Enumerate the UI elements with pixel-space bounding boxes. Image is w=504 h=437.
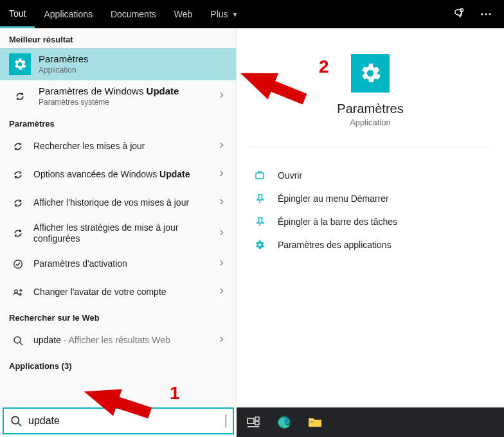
details-subtitle: Application <box>350 118 391 127</box>
file-explorer-icon[interactable] <box>306 413 324 431</box>
chevron-right-icon <box>215 168 228 181</box>
gear-icon <box>255 240 273 250</box>
chevron-right-icon <box>215 227 228 240</box>
best-result-title: Paramètres <box>39 53 228 66</box>
svg-rect-13 <box>255 422 259 425</box>
section-best-result: Meilleur résultat <box>0 28 236 48</box>
settings-item-check-updates[interactable]: Rechercher les mises à jour <box>0 132 236 161</box>
search-input[interactable] <box>28 415 227 427</box>
chevron-right-icon <box>215 140 228 152</box>
section-settings: Paramètres <box>0 112 236 132</box>
refresh-icon <box>9 141 27 152</box>
second-result-title: Paramètres de Windows Update <box>39 85 215 98</box>
chevron-down-icon: ▼ <box>232 11 239 18</box>
tab-documents[interactable]: Documents <box>102 0 165 28</box>
gear-icon <box>9 53 31 75</box>
gear-icon <box>351 54 390 93</box>
more-options-icon[interactable] <box>478 6 494 22</box>
settings-item-avatar[interactable]: Changer l'avatar de votre compte <box>0 278 236 307</box>
settings-item-history[interactable]: Afficher l'historique de vos mises à jou… <box>0 189 236 217</box>
pin-icon <box>255 193 273 204</box>
chevron-right-icon <box>215 258 228 270</box>
edge-browser-icon[interactable] <box>275 413 293 431</box>
taskbar <box>237 407 504 437</box>
chevron-right-icon <box>215 197 228 209</box>
svg-rect-12 <box>255 417 259 420</box>
tab-web[interactable]: Web <box>165 0 202 28</box>
refresh-icon <box>9 198 27 208</box>
second-result-row[interactable]: Paramètres de Windows Update Paramètres … <box>0 80 236 112</box>
second-result-subtitle: Paramètres système <box>39 98 215 107</box>
tab-more[interactable]: Plus ▼ <box>201 0 247 28</box>
search-icon <box>10 415 22 427</box>
action-app-settings[interactable]: Paramètres des applications <box>255 233 486 256</box>
search-tabs-bar: Tout Applications Documents Web Plus ▼ <box>0 0 504 28</box>
search-box[interactable] <box>3 407 234 434</box>
task-view-icon[interactable] <box>244 413 262 431</box>
svg-rect-11 <box>248 418 254 424</box>
feedback-icon[interactable] <box>451 6 467 22</box>
action-pin-start[interactable]: Épingler au menu Démarrer <box>255 187 486 210</box>
chevron-right-icon <box>215 286 228 298</box>
chevron-right-icon <box>215 334 228 346</box>
details-panel: Paramètres Application Ouvrir Épingler a… <box>237 28 504 407</box>
text-cursor <box>226 415 226 427</box>
refresh-icon <box>9 228 27 238</box>
tab-more-label: Plus <box>210 9 228 19</box>
section-applications: Applications (3) <box>0 355 236 375</box>
refresh-icon <box>9 170 27 180</box>
action-open[interactable]: Ouvrir <box>255 164 486 187</box>
settings-item-policies[interactable]: Afficher les stratégies de mise à jour c… <box>0 217 236 250</box>
settings-item-advanced-options[interactable]: Options avancées de Windows Update <box>0 161 236 189</box>
avatar-swap-icon <box>9 287 27 298</box>
svg-rect-16 <box>310 422 314 422</box>
section-web: Rechercher sur le Web <box>0 307 236 326</box>
check-circle-icon <box>9 259 27 269</box>
pin-icon <box>255 217 273 227</box>
tab-applications[interactable]: Applications <box>35 0 102 28</box>
search-icon <box>9 335 27 346</box>
settings-item-activation[interactable]: Paramètres d'activation <box>0 250 236 278</box>
chevron-right-icon <box>215 90 228 102</box>
best-result-row[interactable]: Paramètres Application <box>0 48 236 80</box>
open-icon <box>255 170 273 181</box>
results-panel: Meilleur résultat Paramètres Application… <box>0 28 237 407</box>
tab-all[interactable]: Tout <box>0 0 35 28</box>
refresh-icon <box>9 91 31 102</box>
action-pin-taskbar[interactable]: Épingler à la barre des tâches <box>255 210 486 233</box>
details-title: Paramètres <box>337 102 403 116</box>
best-result-subtitle: Application <box>39 66 228 75</box>
web-result-row[interactable]: update - Afficher les résultats Web <box>0 326 236 355</box>
